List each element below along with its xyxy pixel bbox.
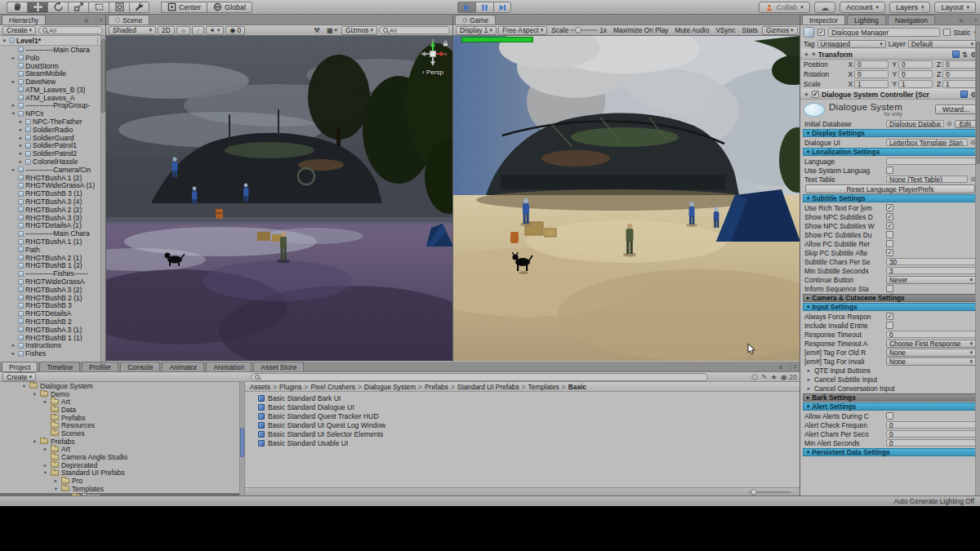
project-folder-row[interactable]: ▸Pro (0, 477, 244, 485)
game-aspect-dropdown[interactable]: Free Aspect▾ (498, 26, 547, 35)
hierarchy-item[interactable]: Path (0, 246, 105, 254)
project-create-button[interactable]: Create▾ (2, 372, 36, 381)
hierarchy-create-button[interactable]: Create▾ (2, 26, 36, 35)
scale-slider[interactable] (570, 29, 598, 31)
text-field[interactable]: 30 (886, 258, 976, 266)
help-icon[interactable] (960, 91, 968, 98)
scene-shading-dropdown[interactable]: Shaded▾ (109, 26, 156, 35)
layout-dropdown[interactable]: Layout▾ (934, 2, 976, 13)
foldout-closed-icon[interactable]: ▸ (18, 127, 24, 133)
stats-toggle[interactable]: Stats (740, 26, 760, 35)
dropdown-field[interactable]: None▾ (886, 358, 976, 366)
layer-dropdown[interactable]: Default▾ (908, 40, 977, 48)
cloud-button[interactable]: ☁ (814, 2, 835, 13)
foldout-open-icon[interactable]: ▾ (32, 391, 38, 398)
hierarchy-item[interactable]: RHGTBushA 3 (4) (0, 198, 105, 206)
tab-navigation[interactable]: Navigation (888, 15, 935, 24)
rect-tool[interactable] (88, 2, 109, 13)
hierarchy-item[interactable]: RHGTDetailsA (1) (0, 222, 105, 230)
foldout-closed-icon[interactable]: ▸ (42, 398, 48, 405)
scale-y-field[interactable]: 1 (898, 80, 933, 88)
object-field[interactable]: Letterbox Template Stan (886, 139, 968, 147)
rotation-z-field[interactable]: 0 (942, 70, 977, 78)
foldout-open-icon[interactable]: ▾ (2, 38, 7, 44)
scene-tools-button[interactable]: ⚒ (311, 26, 323, 35)
text-field[interactable]: 0 (886, 439, 976, 447)
auto-generate-lighting-button[interactable]: Auto Generate Lighting Off (893, 497, 974, 505)
foldout-closed-icon[interactable]: ▸ (42, 446, 48, 452)
breadcrumb-item[interactable]: Plugins (279, 383, 301, 391)
hierarchy-item[interactable]: ▸SoldierGuard (0, 134, 105, 142)
project-tree-scrollbar[interactable] (239, 382, 244, 495)
panel-menu-icon[interactable]: ⋮≡ (786, 363, 797, 371)
section-header-display-settings[interactable]: ▾Display Settings (803, 129, 978, 137)
scene-gizmos-dropdown[interactable]: Gizmos▾ (341, 26, 377, 35)
step-button[interactable] (493, 2, 511, 13)
static-checkbox[interactable] (943, 29, 951, 36)
hierarchy-item[interactable]: RHGTBushA 3 (2) (0, 286, 105, 294)
tab-hierarchy[interactable]: Hierarchy (2, 15, 46, 24)
tab-animator[interactable]: Animator (162, 362, 204, 371)
dropdown-field[interactable]: None▾ (886, 349, 976, 357)
project-folder-row[interactable]: ▾Dialogue System (0, 382, 244, 390)
transform-component-header[interactable]: ▾ ⌖ Transform ⇅⚙ (800, 49, 980, 60)
breadcrumb-item[interactable]: Pixel Crushers (310, 383, 354, 391)
foldout-closed-icon[interactable]: ▸ (806, 385, 812, 392)
project-tree-scrollbar-thumb[interactable] (240, 428, 244, 457)
search-by-type-icon[interactable]: ⬡ (751, 373, 758, 381)
move-tool[interactable] (27, 2, 47, 13)
global-local-button[interactable]: Global (207, 2, 252, 13)
layers-dropdown[interactable]: Layers▾ (889, 2, 931, 13)
section-header-bark-settings[interactable]: ▸Bark Settings (803, 393, 978, 402)
initial-database-field[interactable]: Dialogue Database (D (886, 120, 944, 128)
edit-database-button[interactable]: Edit (955, 120, 976, 128)
project-folder-row[interactable]: Camera Angle Studio (0, 453, 244, 461)
tab-animation[interactable]: Animation (206, 362, 252, 371)
scale-slider-knob[interactable] (575, 27, 581, 33)
game-display-dropdown[interactable]: Display 1▾ (456, 26, 497, 35)
hierarchy-item[interactable]: ▾NPCs (0, 109, 105, 118)
hidden-count-icon[interactable]: ◉ 20 (781, 373, 797, 381)
account-dropdown[interactable]: Account▾ (840, 2, 885, 13)
hierarchy-item[interactable]: SteamMobile (0, 69, 105, 78)
text-field[interactable]: 0 (886, 421, 976, 429)
foldout-closed-icon[interactable]: ▸ (806, 376, 812, 383)
foldout-closed-icon[interactable]: ▸ (42, 462, 48, 469)
foldout-closed-icon[interactable]: ▸ (11, 55, 16, 61)
scale-z-field[interactable]: 1 (942, 80, 977, 88)
scene-viewport-render[interactable] (106, 36, 452, 361)
dropdown-field[interactable]: Choose First Response▾ (886, 340, 976, 348)
inspector-scrollbar[interactable] (975, 25, 980, 495)
hierarchy-scene-row[interactable]: ▾ Level1* ⋮≡ (0, 36, 105, 46)
checkbox-unchecked[interactable] (886, 240, 893, 247)
section-header-camera-cutscene-settings[interactable]: ▸Camera & Cutscene Settings (803, 294, 978, 302)
position-z-field[interactable]: 0 (942, 60, 977, 69)
checkbox-checked[interactable]: ✓ (886, 204, 893, 211)
tab-game[interactable]: ⌬Game (455, 15, 496, 24)
thumbnail-zoom-knob[interactable] (751, 489, 757, 495)
presets-icon[interactable]: ⇅ (962, 51, 968, 59)
section-header-subtitle-settings[interactable]: ▾Subtitle Settings (803, 194, 978, 202)
hierarchy-item[interactable]: RHGTBushB 3 (0, 302, 105, 310)
foldout-closed-icon[interactable]: ▸ (11, 350, 16, 357)
scene-audio-toggle[interactable]: ♪ (192, 26, 203, 35)
tag-dropdown[interactable]: Untagged▾ (817, 40, 886, 48)
lock-icon[interactable] (958, 16, 964, 24)
tab-scene[interactable]: ⬡Scene (108, 15, 149, 24)
project-search-input[interactable] (251, 373, 708, 381)
hierarchy-item[interactable]: ▸SoldierRadio (0, 126, 105, 134)
hierarchy-item[interactable]: RHGTBushA 2 (2) (0, 206, 105, 214)
hierarchy-scrollbar-thumb[interactable] (101, 39, 105, 113)
hierarchy-item[interactable]: ▸Fishes (0, 349, 105, 358)
project-folder-row[interactable]: ▾Standard UI Prefabs (0, 469, 244, 478)
object-field[interactable]: None (Text Table) (886, 176, 968, 184)
checkbox-checked[interactable]: ✓ (886, 249, 893, 256)
inspector-scrollbar-thumb[interactable] (976, 42, 980, 164)
game-scale-control[interactable]: Scale 1x (549, 26, 609, 35)
hierarchy-item[interactable]: RHGTBushA 3 (3) (0, 214, 105, 222)
persp-mode-label[interactable]: ‹ Persp (418, 69, 448, 76)
lock-icon[interactable] (777, 363, 784, 371)
breadcrumb-item[interactable]: Prefabs (425, 383, 448, 391)
hierarchy-item[interactable]: ▸Instructions (0, 341, 105, 349)
text-field[interactable]: 0 (886, 430, 976, 438)
